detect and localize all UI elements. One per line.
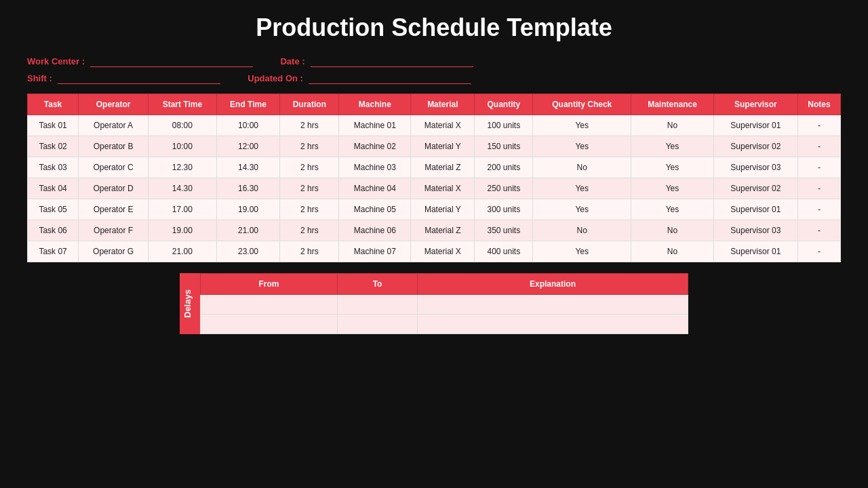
table-cell: Material X	[411, 178, 475, 199]
table-cell: 21.00	[216, 220, 280, 241]
table-cell: Machine 04	[339, 178, 411, 199]
work-center-label: Work Center :	[27, 54, 253, 67]
table-cell: -	[797, 220, 840, 241]
table-cell: 2 hrs	[280, 136, 339, 157]
table-cell: Operator A	[79, 115, 149, 136]
table-cell: 19.00	[149, 220, 217, 241]
table-cell: 19.00	[216, 199, 280, 220]
table-cell: Machine 01	[339, 115, 411, 136]
column-header-task: Task	[28, 94, 79, 115]
table-cell: Yes	[631, 157, 714, 178]
delays-cell	[338, 314, 418, 334]
table-cell: Supervisor 03	[713, 220, 797, 241]
table-cell: 250 units	[475, 178, 533, 199]
table-cell: Operator F	[79, 220, 149, 241]
delays-cell	[418, 314, 688, 334]
shift-label: Shift :	[27, 71, 220, 84]
table-cell: Material Z	[411, 157, 475, 178]
table-cell: Yes	[533, 115, 631, 136]
table-cell: Supervisor 03	[713, 157, 797, 178]
table-body: Task 01Operator A08:0010:002 hrsMachine …	[28, 115, 841, 262]
table-cell: 17.00	[149, 199, 217, 220]
delays-column-header-from: From	[201, 274, 338, 295]
table-cell: -	[797, 115, 840, 136]
column-header-operator: Operator	[79, 94, 149, 115]
table-cell: 2 hrs	[280, 157, 339, 178]
table-cell: 2 hrs	[280, 199, 339, 220]
table-cell: Machine 02	[339, 136, 411, 157]
table-cell: Operator E	[79, 199, 149, 220]
table-cell: Material X	[411, 115, 475, 136]
table-row: Task 05Operator E17.0019.002 hrsMachine …	[28, 199, 841, 220]
table-cell: Supervisor 01	[713, 241, 797, 262]
table-cell: Task 01	[28, 115, 79, 136]
delays-table: FromToExplanation	[200, 273, 688, 334]
table-cell: 400 units	[475, 241, 533, 262]
table-cell: 21.00	[149, 241, 217, 262]
delays-cell	[201, 295, 338, 314]
delays-row	[201, 314, 688, 334]
delays-header-row: FromToExplanation	[201, 274, 688, 295]
table-cell: 150 units	[475, 136, 533, 157]
table-cell: Machine 06	[339, 220, 411, 241]
table-cell: 10:00	[149, 136, 217, 157]
table-cell: -	[797, 199, 840, 220]
table-cell: Yes	[631, 178, 714, 199]
table-cell: 14.30	[216, 157, 280, 178]
table-cell: Task 07	[28, 241, 79, 262]
table-cell: Material Z	[411, 220, 475, 241]
table-cell: 2 hrs	[280, 220, 339, 241]
table-cell: Supervisor 01	[713, 199, 797, 220]
table-row: Task 07Operator G21.0023.002 hrsMachine …	[28, 241, 841, 262]
table-cell: No	[631, 241, 714, 262]
column-header-material: Material	[411, 94, 475, 115]
column-header-maintenance: Maintenance	[631, 94, 714, 115]
table-cell: Yes	[533, 199, 631, 220]
main-table: TaskOperatorStart TimeEnd TimeDurationMa…	[27, 94, 841, 262]
table-cell: Machine 03	[339, 157, 411, 178]
delays-cell	[201, 314, 338, 334]
column-header-start-time: Start Time	[149, 94, 217, 115]
table-cell: Operator D	[79, 178, 149, 199]
table-cell: Yes	[533, 136, 631, 157]
delays-row	[201, 295, 688, 314]
table-header-row: TaskOperatorStart TimeEnd TimeDurationMa…	[28, 94, 841, 115]
column-header-duration: Duration	[280, 94, 339, 115]
table-cell: -	[797, 157, 840, 178]
table-cell: 2 hrs	[280, 241, 339, 262]
page-title: Production Schedule Template	[256, 14, 612, 42]
table-row: Task 06Operator F19.0021.002 hrsMachine …	[28, 220, 841, 241]
delays-column-header-explanation: Explanation	[418, 274, 688, 295]
meta-section: Work Center : Date : Shift : Updated On …	[27, 54, 841, 84]
column-header-end-time: End Time	[216, 94, 280, 115]
table-row: Task 03Operator C12.3014.302 hrsMachine …	[28, 157, 841, 178]
table-cell: 12.30	[149, 157, 217, 178]
table-cell: Task 05	[28, 199, 79, 220]
table-cell: Operator B	[79, 136, 149, 157]
delays-cell	[418, 295, 688, 314]
table-cell: 100 units	[475, 115, 533, 136]
table-cell: Supervisor 01	[713, 115, 797, 136]
table-cell: Yes	[631, 199, 714, 220]
table-cell: Supervisor 02	[713, 136, 797, 157]
column-header-supervisor: Supervisor	[713, 94, 797, 115]
date-label: Date :	[280, 54, 473, 67]
table-cell: Yes	[533, 241, 631, 262]
delays-cell	[338, 295, 418, 314]
table-cell: 14.30	[149, 178, 217, 199]
table-cell: Yes	[631, 136, 714, 157]
meta-row-1: Work Center : Date :	[27, 54, 841, 67]
table-cell: Machine 07	[339, 241, 411, 262]
table-cell: No	[631, 220, 714, 241]
table-cell: Operator G	[79, 241, 149, 262]
table-cell: 300 units	[475, 199, 533, 220]
table-cell: No	[533, 220, 631, 241]
table-cell: Task 06	[28, 220, 79, 241]
table-row: Task 04Operator D14.3016.302 hrsMachine …	[28, 178, 841, 199]
table-row: Task 02Operator B10:0012:002 hrsMachine …	[28, 136, 841, 157]
table-cell: 200 units	[475, 157, 533, 178]
table-cell: Material Y	[411, 136, 475, 157]
table-cell: No	[533, 157, 631, 178]
column-header-quantity: Quantity	[475, 94, 533, 115]
table-cell: 12:00	[216, 136, 280, 157]
